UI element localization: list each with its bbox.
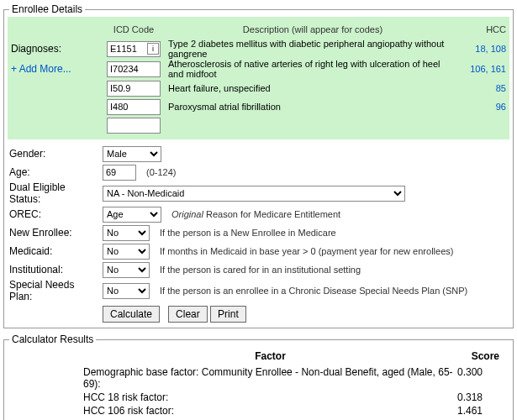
- diag-hcc-3: 96: [462, 102, 506, 112]
- newenrollee-label: New Enrollee:: [9, 227, 98, 239]
- age-input[interactable]: [103, 165, 136, 181]
- dual-label: Dual Eligible Status:: [9, 181, 98, 205]
- gender-label: Gender:: [9, 148, 98, 160]
- orec-hint: Original Reason for Medicare Entitlement: [171, 209, 340, 219]
- diag-hcc-0: 18, 108: [462, 44, 506, 54]
- results-hdr-factor: Factor: [83, 350, 457, 362]
- enrollee-legend: Enrollee Details: [9, 3, 85, 15]
- result-row: HCC 106 risk factor:1.461: [83, 404, 499, 417]
- medicaid-hint: If months in Medicaid in base year > 0 (…: [160, 246, 453, 256]
- enrollee-details-fieldset: Enrollee Details ICD Code Description (w…: [3, 3, 514, 328]
- institutional-label: Institutional:: [9, 264, 98, 276]
- diag-desc-0: Type 2 diabetes mellitus with diabetic p…: [168, 39, 457, 59]
- result-score: 0.318: [457, 391, 499, 403]
- diag-row: Diagnoses: i Type 2 diabetes mellitus wi…: [11, 39, 506, 59]
- orec-select[interactable]: Age: [103, 207, 161, 223]
- dual-select[interactable]: NA - Non-Medicaid: [103, 186, 405, 202]
- result-factor: HCC 18 risk factor:: [83, 391, 457, 403]
- icd-input-3[interactable]: [107, 99, 161, 115]
- newenrollee-select[interactable]: No: [103, 225, 150, 241]
- add-more-link[interactable]: + Add More...: [11, 63, 99, 75]
- icd-input-4[interactable]: [107, 118, 161, 134]
- diag-row: + Add More... Atherosclerosis of native …: [11, 59, 506, 79]
- diag-desc-1: Atherosclerosis of native arteries of ri…: [168, 59, 457, 79]
- result-row: HCC 18 risk factor:0.318: [83, 391, 499, 404]
- calculate-button[interactable]: Calculate: [103, 306, 160, 323]
- diag-desc-3: Paroxysmal atrial fibrillation: [168, 102, 457, 112]
- diag-row: [11, 116, 506, 134]
- diag-hcc-2: 85: [462, 83, 506, 93]
- icd-input-1[interactable]: [107, 61, 161, 77]
- diagnoses-block: ICD Code Description (will appear for co…: [8, 17, 509, 139]
- icd-input-2[interactable]: [107, 81, 161, 97]
- result-factor: HCC 106 risk factor:: [83, 405, 457, 417]
- print-button[interactable]: Print: [210, 306, 246, 323]
- diag-desc-2: Heart failure, unspecified: [168, 83, 457, 93]
- hdr-hcc: HCC: [462, 24, 506, 34]
- diag-row: Heart failure, unspecified 85: [11, 79, 506, 97]
- results-body: Demographic base factor: Community Enrol…: [9, 365, 508, 420]
- results-hdr-score: Score: [457, 350, 499, 362]
- medicaid-select[interactable]: No: [103, 244, 150, 260]
- hdr-desc: Description (will appear for codes): [168, 24, 457, 34]
- results-fieldset: Calculator Results Factor Score Demograp…: [3, 333, 514, 420]
- medicaid-label: Medicaid:: [9, 245, 98, 257]
- diagnoses-label: Diagnoses:: [11, 43, 99, 55]
- gender-select[interactable]: Male: [103, 146, 161, 162]
- age-range: (0-124): [146, 167, 176, 177]
- result-factor: Demographic base factor: Community Enrol…: [83, 366, 457, 390]
- snp-label: Special Needs Plan:: [9, 279, 98, 302]
- newenrollee-hint: If the person is a New Enrollee in Medic…: [160, 228, 336, 238]
- diag-row: Paroxysmal atrial fibrillation 96: [11, 97, 506, 116]
- institutional-select[interactable]: No: [103, 262, 150, 278]
- snp-select[interactable]: No: [103, 283, 150, 299]
- age-label: Age:: [9, 166, 98, 178]
- diag-hcc-1: 106, 161: [462, 64, 506, 74]
- result-row: Demographic base factor: Community Enrol…: [83, 365, 499, 391]
- result-score: 1.461: [457, 405, 499, 417]
- results-legend: Calculator Results: [9, 333, 96, 345]
- hdr-icd: ICD Code: [104, 24, 163, 34]
- institutional-hint: If the person is cared for in an institu…: [160, 265, 361, 275]
- clear-button[interactable]: Clear: [168, 306, 208, 323]
- orec-label: OREC:: [9, 208, 98, 220]
- diag-header-row: ICD Code Description (will appear for co…: [11, 20, 506, 39]
- result-score: 0.300: [457, 366, 499, 390]
- snp-hint: If the person is an enrollee in a Chroni…: [160, 286, 467, 296]
- info-icon[interactable]: i: [147, 43, 159, 55]
